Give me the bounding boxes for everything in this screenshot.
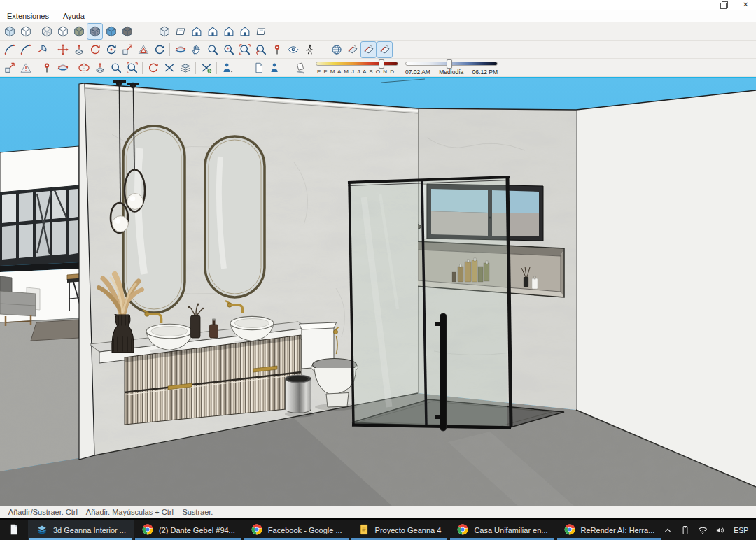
task-chrome-rerender-ai[interactable]: ReRender AI: Herra... (556, 520, 663, 540)
toolbar-separator (36, 62, 36, 74)
tray-battery-icon[interactable] (680, 525, 691, 536)
chrome-icon (251, 523, 263, 537)
tool-zoom-2-button[interactable] (108, 59, 124, 76)
cam-zoom-extents-button[interactable] (237, 41, 253, 58)
toolbar-separator (36, 25, 36, 38)
view-plan-button[interactable] (253, 23, 269, 40)
view-iso-button[interactable] (156, 23, 172, 40)
style-shaded-textures-button[interactable] (87, 23, 103, 40)
style-back-edges-button[interactable] (18, 23, 34, 40)
cam-zoom-previous-button[interactable] (253, 41, 269, 58)
close-button-icon[interactable] (743, 1, 750, 9)
task-chrome-dante-gebel[interactable]: (2) Dante Gebel #94... (134, 520, 243, 540)
tray-wifi-icon[interactable] (697, 525, 708, 536)
view-right-button[interactable] (204, 23, 220, 40)
tool-scale-2-button[interactable] (1, 59, 18, 76)
cam-look-around-button[interactable] (285, 41, 301, 58)
style-hidden-line-button[interactable] (55, 23, 71, 40)
task-notepad-proyecto-geanna[interactable]: Proyecto Geanna 4 (350, 520, 449, 540)
view-front-button[interactable] (188, 23, 204, 40)
task-label: 3d Geanna Interior ... (53, 526, 126, 534)
shadow-month-track (316, 62, 398, 66)
tool-scale-button[interactable] (119, 41, 135, 58)
shadow-time-slider[interactable]: 07:02 AM Mediodía 06:12 PM (405, 59, 498, 76)
taskbar: 3d Geanna Interior ...(2) Dante Gebel #9… (0, 518, 756, 540)
style-color-button[interactable] (103, 23, 119, 40)
style-xray-button[interactable] (1, 23, 18, 40)
minimize-button-icon[interactable] (696, 1, 704, 9)
tool-rotate-copy-button[interactable] (151, 41, 167, 58)
tool-arc-3pt-button[interactable] (18, 41, 34, 58)
toolbar-row-styles-views (0, 22, 756, 41)
tool-offset-button[interactable] (135, 41, 151, 58)
tool-rotate-button[interactable] (87, 41, 103, 58)
tray-language[interactable]: ESP (732, 526, 750, 534)
tool-push-pull-button[interactable] (71, 41, 87, 58)
tool-push-2-button[interactable] (92, 59, 108, 76)
tool-rotate-zoom-button[interactable] (145, 59, 161, 76)
task-chrome-facebook[interactable]: Facebook - Google ... (243, 520, 350, 540)
task-pinned-document[interactable] (0, 520, 28, 540)
tool-pie-button[interactable] (34, 41, 50, 58)
cam-pan-button[interactable] (188, 41, 204, 58)
tool-layers-button[interactable] (177, 59, 193, 76)
task-sketchup-3d-geanna[interactable]: 3d Geanna Interior ... (28, 520, 134, 540)
status-hint: = Añadir/Sustraer. Ctrl = Añadir. Mayúsc… (2, 508, 213, 516)
tool-intersect-button[interactable] (161, 59, 177, 76)
restore-button-icon[interactable] (720, 1, 727, 9)
task-label: Casa Unifamiliar en... (474, 526, 547, 534)
section-display-planes-button[interactable] (344, 41, 360, 58)
toolbar-gap (135, 31, 156, 31)
rug (31, 320, 79, 341)
viewport-3d-scene[interactable] (0, 78, 756, 506)
style-monochrome-button[interactable] (119, 23, 135, 40)
tool-move-button[interactable] (55, 41, 71, 58)
shadow-month-slider[interactable]: E F M A M J J A S O N D (316, 59, 398, 76)
shadow-time-slider-handle[interactable] (447, 59, 452, 69)
section-plane-button[interactable] (328, 41, 344, 58)
tray-chevron-up-icon[interactable] (662, 525, 673, 536)
tool-follow-me-button[interactable] (103, 41, 119, 58)
toolbar-row-tools-shadows: E F M A M J J A S O N D 07:02 AM Mediodí… (0, 59, 756, 77)
tool-soften-edges-button[interactable] (18, 59, 34, 76)
cam-orbit-button[interactable] (172, 41, 188, 58)
cam-zoom-window-button[interactable]: + (220, 41, 237, 58)
menu-extensiones[interactable]: Extensiones (7, 12, 49, 20)
tool-avatar-button[interactable] (219, 59, 235, 76)
tool-person-scale-button[interactable] (267, 59, 283, 76)
tool-flip-button[interactable] (76, 59, 92, 76)
section-display-cuts-button[interactable] (360, 41, 377, 58)
viewport-3d[interactable] (0, 78, 756, 506)
tool-arc-2pt-button[interactable] (1, 41, 18, 58)
shadow-month-slider-handle[interactable] (379, 59, 384, 69)
section-display-fill-button[interactable] (377, 41, 393, 58)
title-bar (0, 0, 756, 10)
style-shaded-button[interactable] (71, 23, 87, 40)
style-wireframe-button[interactable] (38, 23, 55, 40)
menu-bar: Extensiones Ayuda (0, 10, 756, 22)
shadows-toggle-button[interactable] (293, 59, 309, 76)
tool-new-page-button[interactable] (251, 59, 267, 76)
task-chrome-casa-unifamiliar[interactable]: Casa Unifamiliar en... (449, 520, 555, 540)
view-top-button[interactable] (172, 23, 188, 40)
tool-zoom-extents-2-button[interactable] (124, 59, 140, 76)
task-label: Facebook - Google ... (268, 526, 342, 534)
status-bar: = Añadir/Sustraer. Ctrl = Añadir. Mayúsc… (0, 506, 756, 518)
tool-solid-gear-button[interactable] (198, 59, 214, 76)
tool-orbit-2-button[interactable] (55, 59, 71, 76)
cam-zoom-button[interactable] (204, 41, 220, 58)
view-left-button[interactable] (237, 23, 253, 40)
shadow-time-noon: Mediodía (439, 69, 463, 76)
toolbar-separator (195, 62, 196, 74)
cam-position-camera-button[interactable] (269, 41, 285, 58)
cam-walk-button[interactable] (301, 41, 317, 58)
tool-position-pin-button[interactable] (38, 59, 55, 76)
tray-volume-icon[interactable] (715, 525, 726, 536)
menu-ayuda[interactable]: Ayuda (63, 12, 85, 20)
view-back-button[interactable] (220, 23, 237, 40)
task-label: (2) Dante Gebel #94... (159, 526, 235, 534)
chrome-icon (141, 523, 154, 537)
shadows-toolbar: E F M A M J J A S O N D 07:02 AM Mediodí… (293, 59, 498, 76)
svg-text:+: + (226, 46, 229, 51)
toolbar-separator (73, 62, 74, 74)
